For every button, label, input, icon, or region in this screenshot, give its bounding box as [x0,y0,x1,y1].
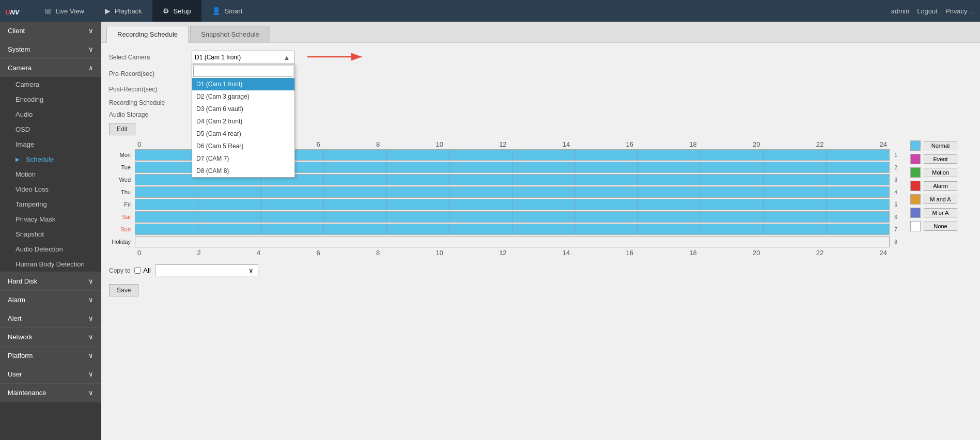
chevron-down-icon: ∨ [88,315,94,322]
audio-storage-label: Audio Storage [109,111,192,118]
post-record-control [192,84,972,95]
dropdown-search-input[interactable] [193,66,293,77]
legend-button-none[interactable]: None [924,222,957,231]
day-label-holiday: Holiday [109,239,135,245]
grid-cells-sat[interactable] [135,211,890,223]
day-label-sat: Sat [109,214,135,220]
row-num-mon: 1 [890,152,900,158]
sidebar-alert-header[interactable]: Alert ∨ [0,309,101,327]
sidebar-hard-disk-header[interactable]: Hard Disk ∨ [0,272,101,290]
row-num-sun: 7 [890,227,900,232]
legend-color-none [910,221,921,231]
chevron-down-icon: ∨ [88,27,94,35]
camera-dropdown: D1 (Cam 1 front) D2 (Cam 3 garage) D3 (C… [192,64,295,178]
select-dropdown-arrow: ▲ [282,54,292,61]
nav-setup[interactable]: ⚙ Setup [152,0,201,22]
day-label-thu: Thu [109,189,135,195]
legend-color-motion [910,167,921,178]
sidebar-alarm-header[interactable]: Alarm ∨ [0,291,101,309]
grid-row-sat: Sat [109,211,900,223]
sidebar-user-header[interactable]: User ∨ [0,365,101,383]
sidebar-client-header[interactable]: Client ∨ [0,22,101,40]
sidebar-section-platform: Platform ∨ [0,347,101,365]
edit-button[interactable]: Edit [109,123,135,135]
sidebar-item-osd[interactable]: OSD [0,122,101,137]
legend-button-normal[interactable]: Normal [924,141,957,150]
sidebar-item-video-loss[interactable]: Video Loss [0,182,101,197]
privacy-link[interactable]: Privacy ... [945,7,975,15]
sidebar-network-label: Network [8,333,33,341]
schedule-legend: Normal Event Motion Alarm [910,140,972,257]
legend-button-m-and-a[interactable]: M and A [924,195,957,204]
sidebar-item-image[interactable]: Image [0,137,101,152]
sidebar-system-header[interactable]: System ∨ [0,40,101,58]
chevron-down-icon: ∨ [88,277,94,285]
sidebar-item-tampering[interactable]: Tampering [0,197,101,212]
legend-button-alarm[interactable]: Alarm [924,181,957,191]
save-button[interactable]: Save [109,284,138,296]
grid-lines-sun [135,224,889,234]
sidebar-network-header[interactable]: Network ∨ [0,328,101,346]
sidebar-platform-header[interactable]: Platform ∨ [0,347,101,365]
camera-option-d1[interactable]: D1 (Cam 1 front) [192,78,294,90]
grid-cells-sun[interactable] [135,224,890,235]
day-label-fri: Fri [109,201,135,208]
sidebar-maintenance-header[interactable]: Maintenance ∨ [0,384,101,402]
chevron-down-icon: ∨ [88,296,94,304]
day-label-tue: Tue [109,164,135,170]
content-tabs: Recording Schedule Snapshot Schedule [101,22,980,43]
logout-link[interactable]: Logout [917,7,938,15]
nav-smart[interactable]: 👤 Smart [201,0,253,22]
nav-live-view[interactable]: ⊞ Live View [35,0,94,22]
sidebar-item-camera[interactable]: Camera [0,77,101,92]
sidebar-item-motion[interactable]: Motion [0,167,101,182]
save-row: Save [109,284,972,296]
content-area: Recording Schedule Snapshot Schedule Sel… [101,22,980,440]
chevron-down-icon: ∨ [88,389,94,397]
content-body: Select Camera D1 (Cam 1 front) ▲ D1 (Cam… [101,43,980,440]
camera-option-d3[interactable]: D3 (Cam 6 vault) [192,103,294,115]
camera-option-d6[interactable]: D6 (Cam 5 Rear) [192,140,294,152]
chevron-down-icon: ∨ [248,266,254,274]
grid-cells-fri[interactable] [135,199,890,210]
sidebar-item-schedule[interactable]: ▶ Schedule [0,152,101,167]
sidebar-item-encoding[interactable]: Encoding [0,92,101,107]
sidebar-item-privacy-mask[interactable]: Privacy Mask [0,212,101,227]
camera-option-d2[interactable]: D2 (Cam 3 garage) [192,90,294,103]
camera-select-box[interactable]: D1 (Cam 1 front) ▲ [192,51,295,64]
sidebar-camera-header[interactable]: Camera ∧ [0,59,101,77]
camera-option-d5[interactable]: D5 (Cam 4 rear) [192,128,294,140]
arrow-right-icon: ▶ [15,156,20,162]
all-label: All [143,266,150,274]
sidebar-item-snapshot[interactable]: Snapshot [0,227,101,242]
grid-row-fri: Fri [109,199,900,210]
tab-snapshot-schedule[interactable]: Snapshot Schedule [190,26,270,42]
all-checkbox[interactable] [134,267,141,274]
grid-bottom-hours: 0 2 4 6 8 10 12 14 16 18 20 22 2 [137,249,900,257]
sidebar-item-audio-detection[interactable]: Audio Detection [0,242,101,257]
camera-option-d4[interactable]: D4 (Cam 2 front) [192,115,294,128]
legend-motion: Motion [910,167,972,178]
chevron-up-icon: ∧ [88,64,94,72]
chevron-down-icon: ∨ [88,333,94,341]
sidebar-item-audio[interactable]: Audio [0,107,101,122]
legend-button-m-or-a[interactable]: M or A [924,208,957,217]
grid-cells-thu[interactable] [135,186,890,198]
sidebar-maintenance-label: Maintenance [8,389,46,397]
camera-option-d8[interactable]: D8 (CAM 8) [192,165,294,177]
legend-color-normal [910,140,921,151]
nav-playback[interactable]: ▶ Playback [95,0,152,22]
legend-color-event [910,154,921,164]
grid-lines-thu [135,187,889,197]
grid-cells-holiday[interactable] [135,236,890,247]
legend-button-motion[interactable]: Motion [924,168,957,177]
nav-smart-label: Smart [225,7,243,15]
legend-button-event[interactable]: Event [924,154,957,164]
smart-icon: 👤 [212,7,221,15]
sidebar-item-human-body-detection[interactable]: Human Body Detection [0,257,101,272]
select-camera-row: Select Camera D1 (Cam 1 front) ▲ D1 (Cam… [109,51,972,64]
copy-dropdown[interactable]: ∨ [155,264,258,276]
tab-recording-schedule[interactable]: Recording Schedule [106,26,189,43]
sidebar-item-image-label: Image [15,140,34,148]
camera-option-d7[interactable]: D7 (CAM 7) [192,152,294,165]
